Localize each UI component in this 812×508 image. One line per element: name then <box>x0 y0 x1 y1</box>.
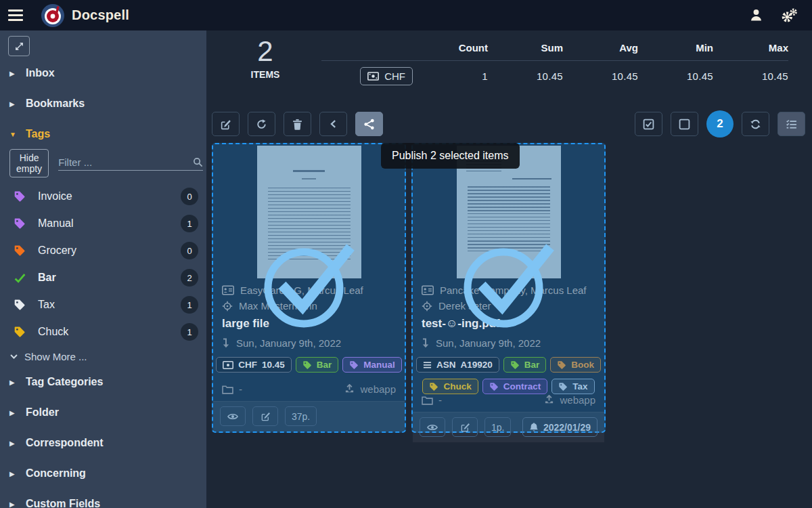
tag-chip-contract[interactable]: Contract <box>482 379 548 394</box>
edit-icon <box>220 119 231 130</box>
merge-back-button[interactable] <box>319 112 347 136</box>
tag-chip-label: Bar <box>317 360 332 370</box>
expand-arrows-icon <box>14 41 24 51</box>
tag-item-bar-selected[interactable]: Bar 2 <box>0 264 206 291</box>
edit-item-button[interactable] <box>252 406 278 426</box>
edit-icon <box>261 411 271 421</box>
item-card-test-ing-pdf[interactable]: Pancake Company, Marcus Leaf Derek Jeter… <box>411 143 606 433</box>
tag-icon <box>349 360 359 370</box>
asn-value: A19920 <box>460 360 492 370</box>
sidebar-item-custom-fields[interactable]: ▶ Custom Fields <box>0 490 206 508</box>
stat-count: 1 <box>413 70 488 82</box>
upload-icon <box>544 395 554 405</box>
page-count-button[interactable]: 37p. <box>285 406 317 426</box>
tag-icon <box>14 326 27 338</box>
caret-right-icon: ▶ <box>9 501 18 508</box>
user-account-icon[interactable] <box>749 8 763 22</box>
tag-item-tax[interactable]: Tax 1 <box>0 291 206 318</box>
folder-icon <box>222 385 233 394</box>
select-all-button[interactable] <box>635 112 662 136</box>
show-more-tags[interactable]: Show More ... <box>0 345 206 365</box>
selected-count-badge[interactable]: 2 <box>706 110 734 137</box>
tag-label: Chuck <box>38 326 68 338</box>
tag-chip-manual[interactable]: Manual <box>342 357 402 373</box>
redo-icon <box>256 119 267 130</box>
menu-icon[interactable] <box>0 0 31 30</box>
edit-item-button[interactable] <box>452 417 478 437</box>
tag-chip-label: Contract <box>503 381 541 391</box>
sidebar-item-correspondent[interactable]: ▶ Correspondent <box>0 429 206 457</box>
tag-item-invoice[interactable]: Invoice 0 <box>0 183 206 210</box>
due-date-button[interactable]: 2022/01/29 <box>522 417 597 437</box>
concerning-value: Max Mustermann <box>239 298 317 314</box>
correspondent-value: Pancake Company, Marcus Leaf <box>440 282 587 298</box>
tag-chip-chuck[interactable]: Chuck <box>422 379 478 394</box>
tag-label: Invoice <box>38 190 72 203</box>
currency-chip[interactable]: CHF <box>360 67 413 85</box>
item-card-large-file[interactable]: EasyCare AG, Marcus Leaf Max Mustermann … <box>212 143 406 433</box>
edit-selected-button[interactable] <box>212 112 240 136</box>
tag-chip-label: Manual <box>363 360 395 370</box>
tag-chip-label: Book <box>571 360 594 370</box>
search-icon <box>193 157 203 167</box>
sidebar-item-bookmarks[interactable]: ▶ Bookmarks <box>0 90 206 117</box>
sidebar-item-tags[interactable]: ▼ Tags <box>0 121 206 148</box>
tag-chip-tax[interactable]: Tax <box>551 379 594 394</box>
item-date-row: Sun, January 9th, 2022 <box>422 335 595 351</box>
tag-item-grocery[interactable]: Grocery 0 <box>0 237 206 264</box>
delete-selected-button[interactable] <box>284 112 311 136</box>
tag-chip-label: Bar <box>524 360 540 370</box>
correspondent-row: Pancake Company, Marcus Leaf <box>422 282 595 298</box>
tag-icon <box>510 360 520 370</box>
amount-chip[interactable]: CHF 10.45 <box>216 357 292 373</box>
stats-panel: 2 ITEMS Count Sum Avg Min Max <box>206 30 812 105</box>
source-value: webapp <box>560 394 595 406</box>
folder-value: - <box>438 394 442 406</box>
sidebar-item-tag-categories[interactable]: ▶ Tag Categories <box>0 368 206 396</box>
tag-item-manual[interactable]: Manual 1 <box>0 210 206 237</box>
tag-chip-book[interactable]: Book <box>550 357 601 373</box>
preview-eye-button[interactable] <box>220 406 246 426</box>
caret-right-icon: ▶ <box>9 379 18 386</box>
share-icon <box>363 119 375 130</box>
docspell-logo-icon <box>41 3 65 28</box>
list-view-toggle-button[interactable] <box>777 112 805 136</box>
invert-selection-button[interactable] <box>742 112 769 136</box>
chip-row: Chuck Contract Tax <box>422 379 595 394</box>
expand-sidebar-button[interactable] <box>8 36 30 56</box>
chevron-down-icon <box>9 352 18 361</box>
folder-value: - <box>239 383 242 395</box>
settings-gears-icon[interactable] <box>781 8 797 23</box>
sync-icon <box>750 119 761 130</box>
caret-right-icon: ▶ <box>9 100 18 108</box>
angle-left-icon <box>329 119 338 129</box>
preview-eye-button[interactable] <box>420 417 445 437</box>
tag-label: Bar <box>38 272 56 284</box>
sidebar-item-label: Tag Categories <box>26 376 103 388</box>
tag-item-chuck[interactable]: Chuck 1 <box>0 318 206 345</box>
sidebar-item-concerning[interactable]: ▶ Concerning <box>0 460 206 487</box>
publish-tooltip: Publish 2 selected items <box>381 143 520 169</box>
eye-icon <box>427 423 438 431</box>
upload-icon <box>344 384 355 394</box>
stats-col-count: Count <box>413 42 488 54</box>
hide-empty-button[interactable]: Hide empty <box>9 149 49 177</box>
tag-chip-bar[interactable]: Bar <box>503 357 547 373</box>
share-publish-button[interactable] <box>355 112 383 136</box>
sidebar-item-folder[interactable]: ▶ Folder <box>0 399 206 426</box>
asn-chip[interactable]: ASN A19920 <box>416 357 499 373</box>
tag-chip-bar[interactable]: Bar <box>296 357 339 373</box>
sidebar-item-inbox[interactable]: ▶ Inbox <box>0 60 206 87</box>
sidebar-item-label: Inbox <box>26 67 55 79</box>
page-count-button[interactable]: 1p. <box>484 417 511 437</box>
item-title: large file <box>222 317 396 331</box>
tag-icon <box>14 299 27 311</box>
tag-filter-input[interactable] <box>58 156 193 168</box>
restore-redo-button[interactable] <box>248 112 275 136</box>
deselect-all-button[interactable] <box>671 112 698 136</box>
amount-value: 10.45 <box>262 360 285 370</box>
top-navbar: Docspell <box>0 0 812 30</box>
folder-icon <box>422 396 433 405</box>
concerning-row: Derek Jeter <box>422 298 595 314</box>
sidebar-item-label: Concerning <box>26 467 86 480</box>
